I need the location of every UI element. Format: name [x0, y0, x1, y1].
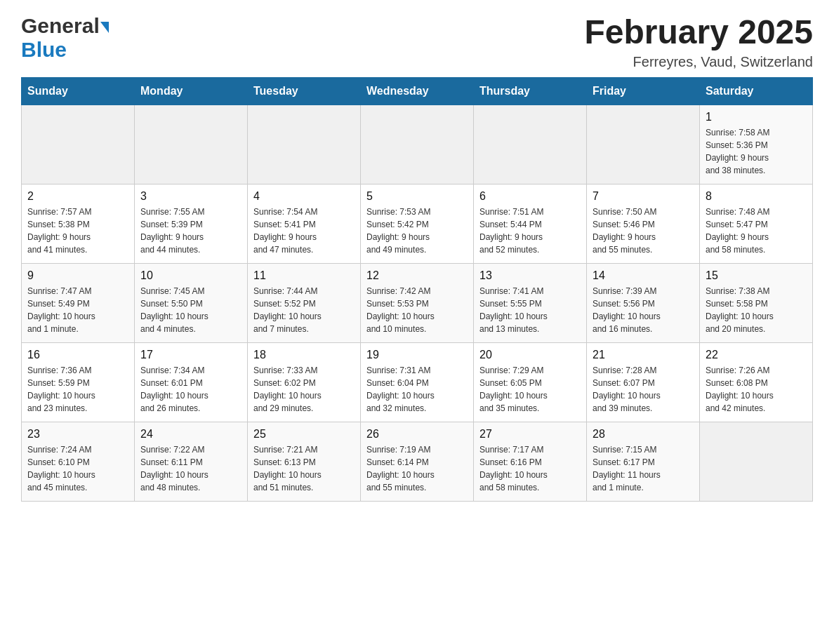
day-info: Sunrise: 7:31 AM Sunset: 6:04 PM Dayligh…	[366, 364, 468, 415]
calendar-cell: 10Sunrise: 7:45 AM Sunset: 5:50 PM Dayli…	[135, 263, 248, 342]
day-number: 8	[706, 190, 807, 203]
day-number: 9	[27, 269, 128, 282]
day-info: Sunrise: 7:42 AM Sunset: 5:53 PM Dayligh…	[366, 285, 468, 335]
day-info: Sunrise: 7:21 AM Sunset: 6:13 PM Dayligh…	[253, 443, 355, 494]
day-info: Sunrise: 7:58 AM Sunset: 5:36 PM Dayligh…	[706, 126, 807, 177]
day-info: Sunrise: 7:53 AM Sunset: 5:42 PM Dayligh…	[366, 206, 468, 256]
week-row-4: 16Sunrise: 7:36 AM Sunset: 5:59 PM Dayli…	[22, 342, 813, 422]
location-text: Ferreyres, Vaud, Switzerland	[584, 54, 813, 70]
day-number: 27	[479, 428, 581, 441]
day-number: 23	[27, 428, 128, 441]
weekday-header-monday: Monday	[135, 77, 248, 105]
day-number: 21	[593, 349, 694, 361]
day-number: 28	[593, 428, 694, 441]
day-number: 25	[253, 428, 355, 441]
day-info: Sunrise: 7:15 AM Sunset: 6:17 PM Dayligh…	[593, 443, 694, 494]
day-info: Sunrise: 7:55 AM Sunset: 5:39 PM Dayligh…	[140, 206, 241, 256]
day-info: Sunrise: 7:19 AM Sunset: 6:14 PM Dayligh…	[366, 443, 468, 494]
calendar-cell: 9Sunrise: 7:47 AM Sunset: 5:49 PM Daylig…	[22, 263, 135, 342]
weekday-header-saturday: Saturday	[700, 77, 813, 105]
calendar-cell: 6Sunrise: 7:51 AM Sunset: 5:44 PM Daylig…	[474, 184, 587, 263]
calendar-cell	[700, 422, 813, 501]
logo-general-text: General	[21, 14, 100, 38]
calendar-cell: 28Sunrise: 7:15 AM Sunset: 6:17 PM Dayli…	[587, 422, 700, 501]
calendar-cell	[361, 105, 474, 184]
calendar-cell	[248, 105, 361, 184]
day-info: Sunrise: 7:51 AM Sunset: 5:44 PM Dayligh…	[479, 206, 581, 256]
calendar-cell: 7Sunrise: 7:50 AM Sunset: 5:46 PM Daylig…	[587, 184, 700, 263]
day-number: 5	[366, 190, 468, 203]
logo-triangle-icon	[100, 22, 109, 33]
calendar-cell: 27Sunrise: 7:17 AM Sunset: 6:16 PM Dayli…	[474, 422, 587, 501]
calendar-cell: 5Sunrise: 7:53 AM Sunset: 5:42 PM Daylig…	[361, 184, 474, 263]
day-info: Sunrise: 7:34 AM Sunset: 6:01 PM Dayligh…	[140, 364, 241, 415]
calendar-cell: 19Sunrise: 7:31 AM Sunset: 6:04 PM Dayli…	[361, 342, 474, 422]
day-number: 11	[253, 269, 355, 282]
calendar-cell: 14Sunrise: 7:39 AM Sunset: 5:56 PM Dayli…	[587, 263, 700, 342]
day-number: 22	[706, 349, 807, 361]
week-row-1: 1Sunrise: 7:58 AM Sunset: 5:36 PM Daylig…	[22, 105, 813, 184]
page-header: General Blue February 2025 Ferreyres, Va…	[21, 14, 813, 70]
day-number: 2	[27, 190, 128, 203]
day-info: Sunrise: 7:47 AM Sunset: 5:49 PM Dayligh…	[27, 285, 128, 335]
calendar-cell: 21Sunrise: 7:28 AM Sunset: 6:07 PM Dayli…	[587, 342, 700, 422]
day-info: Sunrise: 7:45 AM Sunset: 5:50 PM Dayligh…	[140, 285, 241, 335]
day-number: 18	[253, 349, 355, 361]
calendar-cell: 18Sunrise: 7:33 AM Sunset: 6:02 PM Dayli…	[248, 342, 361, 422]
calendar-cell: 12Sunrise: 7:42 AM Sunset: 5:53 PM Dayli…	[361, 263, 474, 342]
calendar-cell: 16Sunrise: 7:36 AM Sunset: 5:59 PM Dayli…	[22, 342, 135, 422]
day-info: Sunrise: 7:57 AM Sunset: 5:38 PM Dayligh…	[27, 206, 128, 256]
calendar-cell: 24Sunrise: 7:22 AM Sunset: 6:11 PM Dayli…	[135, 422, 248, 501]
calendar-cell: 25Sunrise: 7:21 AM Sunset: 6:13 PM Dayli…	[248, 422, 361, 501]
calendar-cell	[135, 105, 248, 184]
day-number: 17	[140, 349, 241, 361]
day-number: 1	[706, 111, 807, 123]
day-number: 10	[140, 269, 241, 282]
day-info: Sunrise: 7:48 AM Sunset: 5:47 PM Dayligh…	[706, 206, 807, 256]
calendar-cell: 4Sunrise: 7:54 AM Sunset: 5:41 PM Daylig…	[248, 184, 361, 263]
weekday-header-thursday: Thursday	[474, 77, 587, 105]
calendar-cell: 22Sunrise: 7:26 AM Sunset: 6:08 PM Dayli…	[700, 342, 813, 422]
day-number: 19	[366, 349, 468, 361]
day-number: 3	[140, 190, 241, 203]
day-number: 14	[593, 269, 694, 282]
day-info: Sunrise: 7:28 AM Sunset: 6:07 PM Dayligh…	[593, 364, 694, 415]
day-info: Sunrise: 7:39 AM Sunset: 5:56 PM Dayligh…	[593, 285, 694, 335]
day-number: 12	[366, 269, 468, 282]
weekday-header-wednesday: Wednesday	[361, 77, 474, 105]
day-number: 24	[140, 428, 241, 441]
calendar-cell: 3Sunrise: 7:55 AM Sunset: 5:39 PM Daylig…	[135, 184, 248, 263]
calendar-cell: 17Sunrise: 7:34 AM Sunset: 6:01 PM Dayli…	[135, 342, 248, 422]
day-info: Sunrise: 7:33 AM Sunset: 6:02 PM Dayligh…	[253, 364, 355, 415]
day-info: Sunrise: 7:24 AM Sunset: 6:10 PM Dayligh…	[27, 443, 128, 494]
week-row-3: 9Sunrise: 7:47 AM Sunset: 5:49 PM Daylig…	[22, 263, 813, 342]
calendar-cell: 8Sunrise: 7:48 AM Sunset: 5:47 PM Daylig…	[700, 184, 813, 263]
calendar-cell: 2Sunrise: 7:57 AM Sunset: 5:38 PM Daylig…	[22, 184, 135, 263]
calendar-cell	[587, 105, 700, 184]
day-number: 7	[593, 190, 694, 203]
day-info: Sunrise: 7:50 AM Sunset: 5:46 PM Dayligh…	[593, 206, 694, 256]
day-number: 16	[27, 349, 128, 361]
weekday-header-friday: Friday	[587, 77, 700, 105]
day-info: Sunrise: 7:26 AM Sunset: 6:08 PM Dayligh…	[706, 364, 807, 415]
day-number: 26	[366, 428, 468, 441]
calendar-cell	[22, 105, 135, 184]
day-info: Sunrise: 7:17 AM Sunset: 6:16 PM Dayligh…	[479, 443, 581, 494]
day-info: Sunrise: 7:44 AM Sunset: 5:52 PM Dayligh…	[253, 285, 355, 335]
day-info: Sunrise: 7:22 AM Sunset: 6:11 PM Dayligh…	[140, 443, 241, 494]
day-info: Sunrise: 7:41 AM Sunset: 5:55 PM Dayligh…	[479, 285, 581, 335]
calendar-cell: 1Sunrise: 7:58 AM Sunset: 5:36 PM Daylig…	[700, 105, 813, 184]
calendar-cell: 15Sunrise: 7:38 AM Sunset: 5:58 PM Dayli…	[700, 263, 813, 342]
calendar-cell: 23Sunrise: 7:24 AM Sunset: 6:10 PM Dayli…	[22, 422, 135, 501]
logo-blue-text: Blue	[21, 38, 67, 61]
calendar-cell	[474, 105, 587, 184]
logo: General Blue	[21, 14, 109, 62]
day-number: 20	[479, 349, 581, 361]
weekday-header-sunday: Sunday	[22, 77, 135, 105]
day-info: Sunrise: 7:29 AM Sunset: 6:05 PM Dayligh…	[479, 364, 581, 415]
week-row-5: 23Sunrise: 7:24 AM Sunset: 6:10 PM Dayli…	[22, 422, 813, 501]
day-info: Sunrise: 7:36 AM Sunset: 5:59 PM Dayligh…	[27, 364, 128, 415]
day-number: 6	[479, 190, 581, 203]
calendar-cell: 20Sunrise: 7:29 AM Sunset: 6:05 PM Dayli…	[474, 342, 587, 422]
month-title: February 2025	[584, 14, 813, 51]
